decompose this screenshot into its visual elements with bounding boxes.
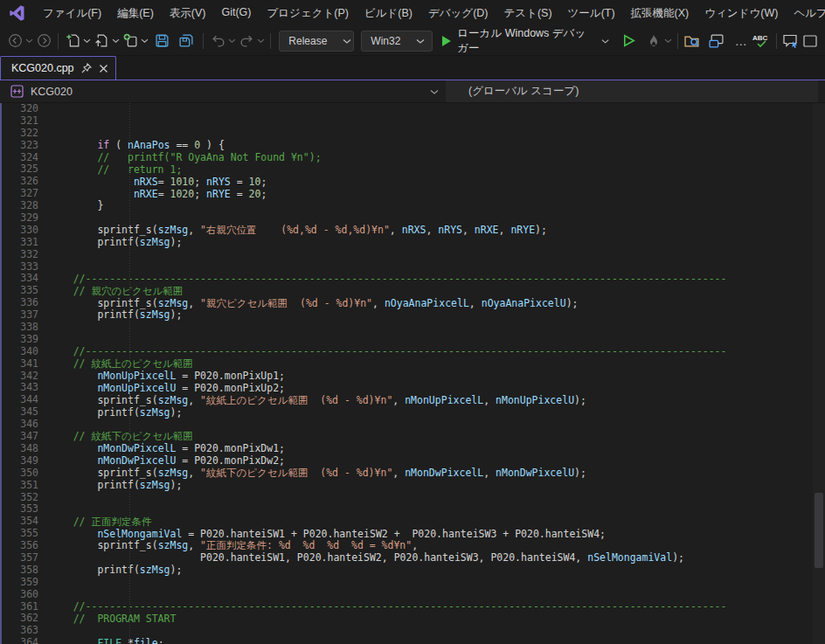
line-number[interactable]: 350 — [2, 467, 38, 480]
solution-configuration-combo[interactable]: Release — [279, 31, 354, 52]
line-number[interactable]: 334 — [2, 273, 38, 285]
spell-checker-button[interactable]: ABC — [751, 31, 772, 52]
code-line[interactable]: printf(szMsg); — [49, 480, 825, 492]
line-number[interactable]: 347 — [2, 431, 38, 443]
code-line[interactable]: // PROGRAM START — [49, 613, 825, 626]
menu-item[interactable]: プロジェクト(P) — [260, 3, 357, 24]
line-number[interactable]: 349 — [2, 455, 38, 467]
pin-tab-icon[interactable] — [81, 63, 92, 73]
solution-platform-combo[interactable]: Win32 — [361, 31, 433, 52]
line-number[interactable]: 356 — [2, 540, 38, 552]
line-number[interactable]: 341 — [2, 358, 38, 370]
code-line[interactable]: sprintf_s(szMsg, "親穴ピクセル範囲 (%d - %d)¥n",… — [49, 298, 825, 310]
hot-reload-dropdown[interactable] — [663, 31, 673, 51]
code-line[interactable]: } — [49, 200, 825, 212]
project-scope-dropdown[interactable]: KCG020 — [0, 80, 446, 102]
add-item-dropdown[interactable] — [140, 31, 149, 51]
code-line[interactable] — [49, 626, 825, 638]
code-text-area[interactable]: if ( nAnaPos == 0 ) { // printf("R OyaAn… — [49, 103, 825, 644]
line-number[interactable]: 332 — [2, 249, 38, 261]
line-number[interactable]: 354 — [2, 516, 38, 528]
code-line[interactable]: sprintf_s(szMsg, "正面判定条件: %d %d %d %d = … — [49, 540, 825, 552]
code-line[interactable] — [49, 419, 825, 431]
line-number[interactable]: 348 — [2, 443, 38, 455]
line-number[interactable]: 325 — [2, 163, 38, 176]
line-number-gutter[interactable]: 3203213223233243253263273283293303313323… — [2, 103, 49, 644]
line-number[interactable]: 359 — [2, 577, 38, 589]
code-line[interactable]: //--------------------------------------… — [49, 601, 825, 613]
menu-item[interactable]: デバッグ(D) — [420, 3, 496, 24]
code-line[interactable]: nMonUpPixcelL = P020.monPixUp1; — [49, 370, 825, 383]
line-number[interactable]: 333 — [2, 261, 38, 274]
line-number[interactable]: 320 — [2, 103, 38, 115]
hot-reload-button[interactable] — [644, 31, 663, 52]
menu-item[interactable]: テスト(S) — [496, 3, 560, 24]
code-line[interactable]: printf(szMsg); — [49, 564, 825, 577]
line-number[interactable]: 357 — [2, 552, 38, 564]
code-line[interactable] — [49, 212, 825, 225]
navigate-back-dropdown[interactable] — [24, 31, 34, 51]
menu-item[interactable]: 編集(E) — [109, 3, 162, 24]
save-all-button[interactable] — [177, 31, 196, 52]
line-number[interactable]: 361 — [2, 601, 38, 613]
code-line[interactable]: // 紋紙下のピクセル範囲 — [49, 431, 825, 443]
line-number[interactable]: 344 — [2, 394, 38, 406]
line-number[interactable]: 360 — [2, 589, 38, 601]
code-line[interactable]: // 親穴のピクセル範囲 — [49, 286, 825, 298]
scrollbar-thumb[interactable] — [815, 493, 823, 569]
line-number[interactable]: 330 — [2, 225, 38, 237]
code-line[interactable] — [49, 334, 825, 346]
code-line[interactable]: // 紋紙上のピクセル範囲 — [49, 358, 825, 370]
line-number[interactable]: 358 — [2, 564, 38, 577]
navigate-back-button[interactable] — [5, 31, 24, 52]
code-line[interactable] — [49, 322, 825, 334]
code-line[interactable] — [49, 249, 825, 261]
vertical-scrollbar[interactable] — [813, 103, 825, 644]
line-number[interactable]: 323 — [2, 140, 38, 152]
toolbar-edge-partial-icon[interactable] — [801, 31, 820, 52]
window-layout-button[interactable] — [707, 31, 726, 52]
code-line[interactable]: printf(szMsg); — [49, 237, 825, 249]
line-number[interactable]: 335 — [2, 285, 38, 297]
code-line[interactable]: nRXE= 1020; nRYE = 20; — [49, 189, 825, 201]
line-number[interactable]: 345 — [2, 406, 38, 419]
line-number[interactable]: 339 — [2, 334, 38, 346]
code-line[interactable]: nRXS= 1010; nRYS = 10; — [49, 177, 825, 189]
line-number[interactable]: 346 — [2, 419, 38, 431]
line-number[interactable]: 329 — [2, 212, 38, 225]
line-number[interactable]: 352 — [2, 492, 38, 504]
close-tab-icon[interactable] — [99, 64, 108, 73]
menu-item[interactable]: ウィンドウ(W) — [697, 3, 786, 24]
new-file-button[interactable] — [63, 31, 82, 52]
code-line[interactable]: FILE *file; — [49, 638, 825, 644]
menu-item[interactable]: ファイル(F) — [35, 3, 109, 24]
code-line[interactable]: nMonDwPixcelU = P020.monPixDw2; — [49, 455, 825, 467]
start-debugging-button[interactable]: ローカル Windows デバッガー — [436, 30, 614, 52]
send-feedback-button[interactable] — [781, 31, 801, 52]
code-line[interactable]: nSelMongamiVal = P020.hanteiSW1 + P020.h… — [49, 529, 825, 541]
line-number[interactable]: 362 — [2, 613, 38, 625]
redo-button[interactable] — [237, 31, 256, 52]
line-number[interactable]: 331 — [2, 237, 38, 249]
line-number[interactable]: 342 — [2, 370, 38, 383]
code-line[interactable]: P020.hanteiSW1, P020.hanteiSW2, P020.han… — [49, 552, 825, 564]
navigate-forward-button[interactable] — [34, 31, 53, 52]
line-number[interactable]: 355 — [2, 528, 38, 540]
line-number[interactable]: 324 — [2, 152, 38, 164]
code-line[interactable] — [49, 589, 825, 601]
line-number[interactable]: 343 — [2, 382, 38, 394]
line-number[interactable]: 336 — [2, 297, 38, 309]
code-line[interactable]: //--------------------------------------… — [49, 346, 825, 358]
toolbar-overflow-button[interactable]: … — [731, 31, 751, 52]
menu-item[interactable]: 表示(V) — [162, 3, 214, 24]
redo-dropdown[interactable] — [256, 31, 266, 51]
line-number[interactable]: 351 — [2, 480, 38, 492]
open-file-button[interactable] — [92, 31, 111, 52]
code-line[interactable] — [49, 577, 825, 589]
line-number[interactable]: 340 — [2, 346, 38, 358]
line-number[interactable]: 326 — [2, 176, 38, 188]
code-line[interactable]: // 正面判定条件 — [49, 516, 825, 529]
menu-item[interactable]: 拡張機能(X) — [623, 3, 697, 24]
line-number[interactable]: 353 — [2, 503, 38, 516]
menu-item[interactable]: ビルド(B) — [357, 3, 420, 24]
